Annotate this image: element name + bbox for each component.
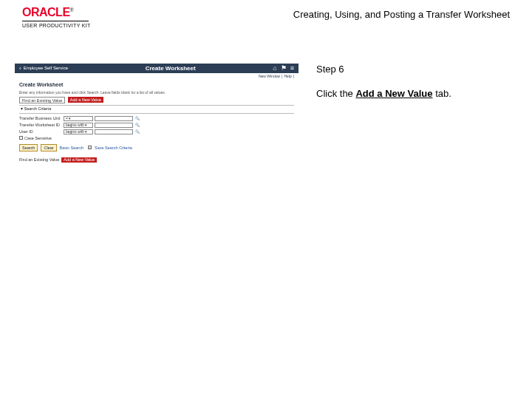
sep: |: [282, 74, 282, 78]
mini-app-header: ‹ Employee Self Service Create Worksheet…: [15, 64, 299, 73]
input-user-id[interactable]: [95, 129, 133, 134]
lookup-icon-3[interactable]: 🔍: [134, 129, 140, 134]
basic-search-link[interactable]: Basic Search: [60, 146, 83, 151]
mini-body: Create Worksheet Enter any information y…: [15, 79, 299, 164]
bottom-add-new-value[interactable]: Add a New Value: [61, 157, 97, 163]
field-row-worksheet-id: Transfer Worksheet ID begins with ▾ 🔍: [19, 123, 294, 128]
doc-title: Creating, Using, and Posting a Transfer …: [293, 6, 510, 20]
brand-text: ORACLE: [22, 6, 70, 18]
chevron-left-icon: ‹: [19, 65, 21, 72]
back-label: Employee Self Service: [24, 66, 68, 71]
lookup-icon-2[interactable]: 🔍: [134, 123, 140, 128]
field-row-user-id: User ID begins with ▾ 🔍: [19, 129, 294, 134]
doc-header: ORACLE® USER PRODUCTIVITY KIT Creating, …: [0, 0, 532, 28]
field-row-business-unit: Transfer Business Unit = ▾ 🔍: [19, 116, 294, 121]
case-sensitive-label: Case Sensitive: [24, 136, 52, 141]
mini-subheader: New Window | Help |: [15, 73, 299, 79]
clear-button[interactable]: Clear: [41, 144, 56, 151]
save-search-label[interactable]: Save Search Criteria: [95, 146, 132, 151]
logo-underline: [22, 21, 89, 21]
new-window-link[interactable]: New Window: [259, 74, 280, 78]
op-worksheet-id[interactable]: begins with ▾: [64, 123, 93, 128]
home-icon[interactable]: ⌂: [273, 64, 276, 72]
logo-block: ORACLE® USER PRODUCTIVITY KIT: [22, 6, 91, 28]
label-worksheet-id: Transfer Worksheet ID: [19, 123, 62, 128]
sep2: |: [293, 74, 294, 78]
screenshot-column: ‹ Employee Self Service Create Worksheet…: [0, 64, 299, 164]
button-row: Search Clear Basic Search ✓ Save Search …: [19, 144, 294, 151]
mini-page-title: Create Worksheet: [19, 82, 294, 88]
step-link: Add a New Value: [355, 88, 432, 99]
tab-row: Find an Existing Value Add a New Value: [19, 98, 294, 103]
input-worksheet-id[interactable]: [95, 123, 133, 128]
body-row: ‹ Employee Self Service Create Worksheet…: [0, 64, 532, 164]
step-text-prefix: Click the: [316, 88, 355, 99]
label-user-id: User ID: [19, 129, 62, 134]
back-nav[interactable]: ‹ Employee Self Service: [19, 65, 68, 72]
op-user-id[interactable]: begins with ▾: [64, 129, 93, 134]
oracle-logo: ORACLE®: [22, 6, 91, 19]
mini-app-screenshot: ‹ Employee Self Service Create Worksheet…: [15, 64, 299, 164]
tab-add-new-value[interactable]: Add a New Value: [68, 97, 103, 103]
save-search-checkbox[interactable]: ✓: [88, 146, 92, 149]
lookup-icon[interactable]: 🔍: [134, 116, 140, 121]
flag-icon[interactable]: ⚑: [281, 64, 287, 72]
bottom-nav-row: Find an Existing Value Add a New Value: [19, 157, 294, 163]
header-icons: ⌂ ⚑ ≡: [273, 64, 294, 72]
mini-header-title: Create Worksheet: [146, 65, 196, 72]
search-criteria-header[interactable]: ▾ Search Criteria: [19, 105, 294, 114]
instructions-column: Step 6 Click the Add a New Value tab.: [299, 64, 532, 99]
step-label: Step 6: [316, 64, 532, 75]
label-business-unit: Transfer Business Unit: [19, 116, 62, 121]
search-button[interactable]: Search: [19, 144, 38, 151]
product-name: USER PRODUCTIVITY KIT: [22, 23, 91, 28]
case-sensitive-checkbox[interactable]: [19, 136, 23, 140]
bottom-find-existing: Find an Existing Value: [19, 157, 59, 163]
mini-desc: Enter any information you have and click…: [19, 90, 294, 95]
step-text: Click the Add a New Value tab.: [316, 88, 532, 99]
case-sensitive-row: Case Sensitive: [19, 136, 294, 141]
help-link[interactable]: Help: [284, 74, 291, 78]
brand-tm: ®: [70, 7, 74, 13]
op-business-unit[interactable]: = ▾: [64, 116, 93, 121]
menu-icon[interactable]: ≡: [290, 64, 294, 72]
step-text-suffix: tab.: [433, 88, 451, 99]
tab-find-existing[interactable]: Find an Existing Value: [19, 97, 65, 103]
input-business-unit[interactable]: [95, 116, 133, 121]
